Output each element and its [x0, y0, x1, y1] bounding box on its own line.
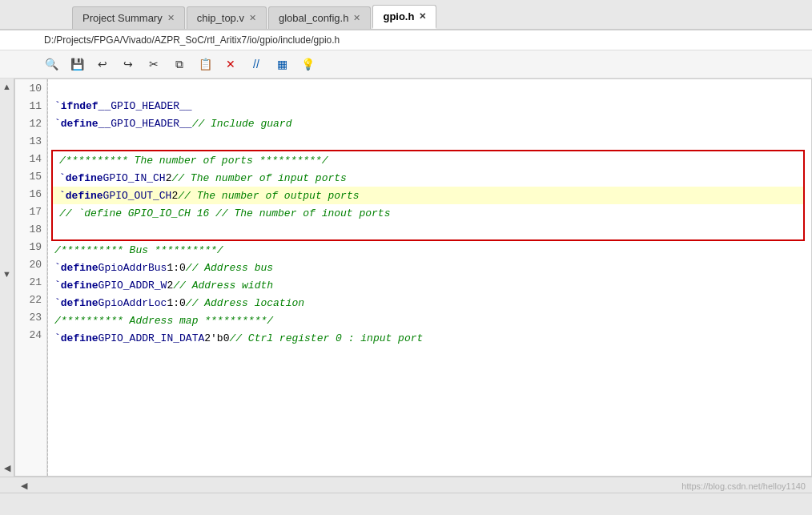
main-window: Project Summary✕chip_top.v✕global_config… — [0, 0, 812, 515]
filepath-bar: D:/Projects/FPGA/Vivado/AZPR_SoC/rtl_Ari… — [0, 30, 812, 50]
line-numbers: 101112131415161718192021222324 — [15, 79, 47, 476]
tab-close-chip-top[interactable]: ✕ — [249, 13, 256, 23]
tab-project-summary[interactable]: Project Summary✕ — [72, 6, 185, 29]
code-line-24: `define GPIO_ADDR_IN_DATA 2'b0 // Ctrl r… — [48, 329, 811, 347]
code-line-12: `define __GPIO_HEADER__ // Include guard — [48, 115, 811, 132]
cut-icon[interactable]: ✂ — [143, 54, 165, 74]
line-number-12: 12 — [15, 115, 46, 132]
line-number-21: 21 — [15, 273, 46, 291]
scroll-down-icon[interactable]: ◀ — [4, 463, 10, 473]
scroll-mid-icon[interactable]: ▼ — [2, 269, 11, 279]
tab-label-gpio-h: gpio.h — [383, 10, 414, 22]
code-line-22: `define GpioAddrLoc 1:0 // Address locat… — [48, 294, 811, 312]
comment-icon[interactable]: // — [245, 54, 267, 74]
watermark: https://blog.csdn.net/helloy1140 — [681, 481, 806, 491]
bulb-icon[interactable]: 💡 — [296, 54, 319, 74]
line-number-14: 14 — [15, 150, 46, 167]
undo-icon[interactable]: ↩ — [91, 54, 114, 74]
code-line-21: `define GPIO_ADDR_W 2 // Address width — [48, 276, 811, 294]
line-number-13: 13 — [15, 132, 46, 150]
line-number-10: 10 — [15, 79, 46, 97]
horizontal-scroll-left-icon[interactable]: ◀ — [16, 479, 32, 493]
scroll-up-icon[interactable]: ▲ — [2, 82, 11, 91]
tab-bar: Project Summary✕chip_top.v✕global_config… — [0, 0, 812, 30]
tab-label-project-summary: Project Summary — [82, 12, 163, 24]
redo-icon[interactable]: ↪ — [117, 54, 139, 74]
tab-label-chip-top: chip_top.v — [197, 12, 244, 24]
code-line-19: /********** Bus **********/ — [48, 241, 811, 259]
paste-icon[interactable]: 📋 — [194, 54, 216, 74]
tab-close-gpio-h[interactable]: ✕ — [419, 11, 426, 22]
line-number-19: 19 — [15, 238, 46, 255]
code-line-11: `ifndef __GPIO_HEADER__ — [48, 97, 811, 115]
code-line-10 — [48, 79, 811, 97]
copy-icon[interactable]: ⧉ — [168, 54, 191, 74]
tab-close-global-config[interactable]: ✕ — [353, 13, 360, 23]
search-icon[interactable]: 🔍 — [40, 54, 62, 74]
bottom-tab-bar — [0, 493, 812, 515]
line-number-16: 16 — [15, 185, 46, 203]
save-icon[interactable]: 💾 — [66, 54, 88, 74]
toggle-icon[interactable]: ▦ — [271, 54, 293, 74]
code-line-17: // `define GPIO_IO_CH 16 // The number o… — [53, 204, 803, 222]
line-number-24: 24 — [15, 326, 46, 344]
code-line-13 — [48, 132, 811, 150]
line-number-20: 20 — [15, 255, 46, 273]
tab-global-config[interactable]: global_config.h✕ — [268, 6, 371, 29]
tab-label-global-config: global_config.h — [279, 12, 348, 24]
tab-chip-top[interactable]: chip_top.v✕ — [187, 6, 267, 29]
line-number-22: 22 — [15, 291, 46, 308]
line-number-17: 17 — [15, 203, 46, 220]
delete-icon[interactable]: ✕ — [219, 54, 242, 74]
tab-close-project-summary[interactable]: ✕ — [167, 13, 175, 23]
code-line-16: `define GPIO_OUT_CH 2 // The number of o… — [53, 187, 803, 204]
code-editor[interactable]: `ifndef __GPIO_HEADER__ `define __GPIO_H… — [48, 79, 811, 476]
tab-gpio-h[interactable]: gpio.h✕ — [372, 5, 436, 29]
code-line-18 — [53, 222, 803, 239]
code-line-20: `define GpioAddrBus 1:0 // Address bus — [48, 259, 811, 276]
line-number-11: 11 — [15, 97, 46, 115]
red-box-region: /********** The number of ports ********… — [51, 150, 805, 241]
toolbar: 🔍💾↩↪✂⧉📋✕//▦💡 — [0, 50, 812, 78]
code-line-23: /********** Address map **********/ — [48, 312, 811, 329]
code-line-14: /********** The number of ports ********… — [53, 151, 803, 169]
line-number-18: 18 — [15, 220, 46, 238]
line-number-15: 15 — [15, 167, 46, 185]
code-line-15: `define GPIO_IN_CH 2 // The number of in… — [53, 169, 803, 187]
line-number-23: 23 — [15, 308, 46, 326]
tabs-container: Project Summary✕chip_top.v✕global_config… — [72, 5, 438, 29]
filepath-text: D:/Projects/FPGA/Vivado/AZPR_SoC/rtl_Ari… — [44, 34, 340, 46]
